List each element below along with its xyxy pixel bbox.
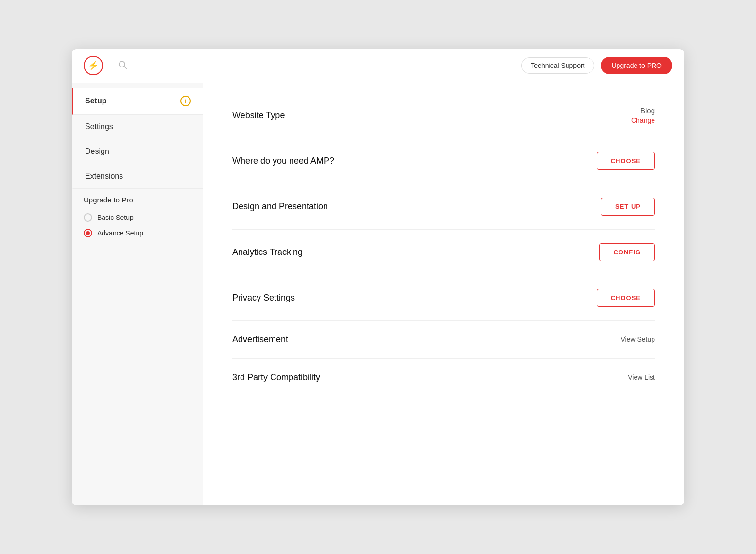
radio-advance-dot <box>86 231 90 235</box>
sidebar-item-settings-label: Settings <box>85 122 113 131</box>
header-actions: Technical Support Upgrade to PRO <box>521 57 672 74</box>
logo-icon: ⚡ <box>84 56 103 75</box>
row-third-party: 3rd Party Compatibility View List <box>232 359 655 396</box>
sidebar-item-upgrade-pro[interactable]: Upgrade to Pro <box>72 189 203 206</box>
label-website-type: Website Type <box>232 110 285 120</box>
row-design-presentation: Design and Presentation SET UP <box>232 184 655 230</box>
body-area: Setup i Settings Design Extensions Upgra… <box>72 83 684 505</box>
action-website-type: Blog Change <box>631 106 655 124</box>
label-design-presentation: Design and Presentation <box>232 201 328 212</box>
row-privacy-settings: Privacy Settings CHOOSE <box>232 275 655 321</box>
sidebar-item-setup[interactable]: Setup i <box>72 88 203 115</box>
link-view-setup[interactable]: View Setup <box>620 336 655 343</box>
label-advertisement: Advertisement <box>232 335 288 345</box>
setup-button-design[interactable]: SET UP <box>601 198 655 216</box>
row-where-amp: Where do you need AMP? CHOOSE <box>232 138 655 184</box>
radio-group: Basic Setup Advance Setup <box>72 206 203 246</box>
radio-basic-label: Basic Setup <box>97 214 134 221</box>
app-window: ⚡ Technical Support Upgrade to PRO Setup <box>72 49 684 505</box>
radio-basic-setup[interactable]: Basic Setup <box>84 213 191 222</box>
sidebar-item-extensions[interactable]: Extensions <box>72 164 203 189</box>
sidebar-item-design-label: Design <box>85 147 109 155</box>
sidebar-item-upgrade-label: Upgrade to Pro <box>84 196 133 204</box>
row-website-type: Website Type Blog Change <box>232 93 655 138</box>
radio-advance-setup[interactable]: Advance Setup <box>84 229 191 237</box>
config-button-analytics[interactable]: CONFIG <box>599 243 655 261</box>
choose-button-amp[interactable]: CHOOSE <box>597 152 655 170</box>
header: ⚡ Technical Support Upgrade to PRO <box>72 49 684 83</box>
svg-line-1 <box>124 66 127 68</box>
link-website-type-change[interactable]: Change <box>631 117 655 124</box>
link-view-list[interactable]: View List <box>628 373 655 381</box>
tech-support-button[interactable]: Technical Support <box>521 57 594 74</box>
row-advertisement: Advertisement View Setup <box>232 321 655 359</box>
main-content: Website Type Blog Change Where do you ne… <box>203 83 684 505</box>
sidebar: Setup i Settings Design Extensions Upgra… <box>72 83 203 505</box>
upgrade-pro-button[interactable]: Upgrade to PRO <box>601 57 673 74</box>
row-analytics-tracking: Analytics Tracking CONFIG <box>232 230 655 275</box>
sidebar-item-extensions-label: Extensions <box>85 172 123 180</box>
radio-advance-label: Advance Setup <box>97 229 143 237</box>
logo-area: ⚡ <box>84 56 103 75</box>
label-third-party: 3rd Party Compatibility <box>232 372 320 383</box>
search-icon[interactable] <box>118 60 127 72</box>
search-area <box>103 60 521 72</box>
sidebar-item-setup-label: Setup <box>85 97 106 105</box>
label-privacy-settings: Privacy Settings <box>232 293 295 303</box>
label-analytics-tracking: Analytics Tracking <box>232 247 303 257</box>
label-where-amp: Where do you need AMP? <box>232 156 334 166</box>
info-badge-icon: i <box>180 96 191 106</box>
choose-button-privacy[interactable]: CHOOSE <box>597 289 655 307</box>
sidebar-item-settings[interactable]: Settings <box>72 115 203 139</box>
sidebar-item-design[interactable]: Design <box>72 139 203 164</box>
radio-advance-circle <box>84 229 92 237</box>
value-website-type: Blog <box>640 106 655 115</box>
radio-basic-circle <box>84 213 92 222</box>
